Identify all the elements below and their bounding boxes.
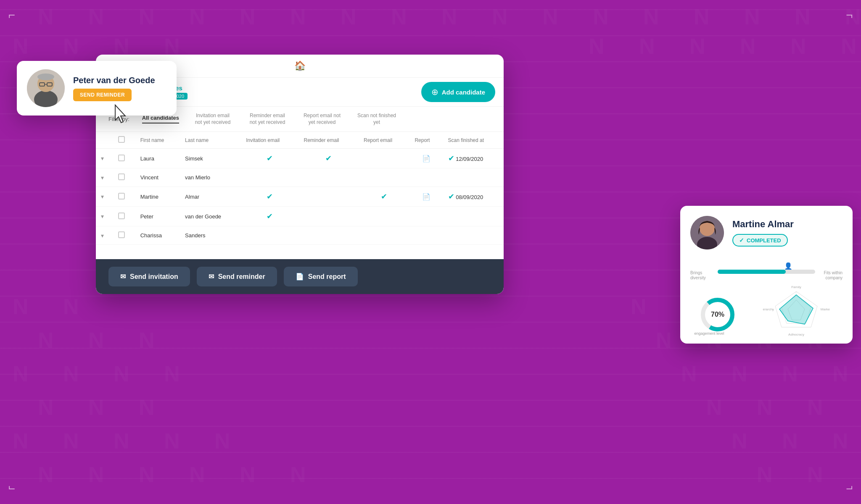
corner-bracket-tl: ⌐ (8, 8, 15, 22)
cell-reminder-email (299, 226, 359, 245)
cell-lastname: van der Goede (180, 207, 241, 226)
cell-lastname: Sanders (180, 226, 241, 245)
svg-text:Hierarchy: Hierarchy (763, 307, 774, 311)
cell-invitation-email: ✔ (241, 187, 298, 207)
row-checkbox[interactable] (118, 213, 125, 219)
check-icon: ✔ (381, 192, 387, 201)
scan-check-icon: ✔ (448, 154, 454, 163)
col-firstname: First name (135, 132, 180, 149)
cell-report-email (359, 149, 409, 168)
cell-lastname: Almar (180, 187, 241, 207)
completed-badge: ✓ COMPLETED (732, 234, 788, 247)
diversity-progress-bar: 👤 (718, 270, 815, 274)
svg-text:Family: Family (791, 285, 801, 289)
envelope-icon-2: ✉ (209, 273, 214, 281)
send-reminder-button[interactable]: SEND REMINDER (73, 89, 132, 101)
cell-report: 📄 (409, 149, 443, 168)
add-candidate-button[interactable]: ⊕ Add candidate (421, 82, 495, 102)
document-icon[interactable]: 📄 (422, 155, 430, 162)
cell-invitation-email: ✔ (241, 207, 298, 226)
person-position-marker: 👤 (784, 262, 792, 270)
corner-bracket-br: ⌐ (846, 482, 853, 496)
document-icon[interactable]: 📄 (422, 193, 430, 200)
svg-point-3 (37, 74, 54, 80)
row-checkbox[interactable] (118, 173, 125, 180)
row-checkbox[interactable] (118, 155, 125, 161)
cell-reminder-email (299, 187, 359, 207)
select-all-checkbox[interactable] (118, 136, 125, 143)
filter-tab-all[interactable]: All candidates (142, 115, 179, 123)
martine-card: Martine Almar ✓ COMPLETED Brings diversi… (680, 206, 853, 344)
col-expand (96, 132, 113, 149)
table-row: ▾MartineAlmar✔✔📄✔ 08/09/2020 (96, 187, 504, 207)
completed-check-icon: ✓ (739, 237, 744, 244)
brings-diversity-label: Brings diversity (690, 270, 716, 281)
cell-invitation-email: ✔ (241, 149, 298, 168)
expand-arrow[interactable]: ▾ (101, 155, 104, 162)
add-icon: ⊕ (431, 87, 438, 97)
send-invitation-button[interactable]: ✉ Send invitation (108, 267, 190, 286)
person-avatar (27, 69, 65, 107)
expand-arrow[interactable]: ▾ (101, 174, 104, 181)
filter-tab-report[interactable]: Report email not yet received (301, 113, 343, 126)
cell-firstname: Vincent (135, 168, 180, 187)
col-checkbox (113, 132, 135, 149)
expand-arrow[interactable]: ▾ (101, 232, 104, 239)
send-report-button[interactable]: 📄 Send report (284, 267, 358, 286)
send-reminder-label: Send reminder (218, 273, 265, 281)
cell-scan-finished (443, 226, 504, 245)
filter-tab-invitation[interactable]: Invitation email not yet received (192, 113, 234, 126)
col-report: Report (409, 132, 443, 149)
expand-arrow[interactable]: ▾ (101, 213, 104, 220)
cell-firstname: Peter (135, 207, 180, 226)
send-report-label: Send report (308, 273, 346, 281)
envelope-icon: ✉ (120, 273, 126, 281)
cell-report-email (359, 226, 409, 245)
filter-tab-reminder[interactable]: Reminder email not yet received (246, 113, 288, 126)
check-icon: ✔ (325, 154, 332, 163)
cell-report (409, 168, 443, 187)
candidates-table: First name Last name Invitation email Re… (96, 132, 504, 245)
cell-report: 📄 (409, 187, 443, 207)
action-bar: ✉ Send invitation ✉ Send reminder 📄 Send… (96, 259, 504, 294)
document-icon: 📄 (296, 273, 304, 281)
row-checkbox[interactable] (118, 231, 125, 238)
table-row: ▾Petervan der Goede✔ (96, 207, 504, 226)
fits-company-label: Fits within company (817, 270, 843, 281)
progress-bar-fill (718, 270, 786, 274)
table-row: ▾LauraSimsek✔✔📄✔ 12/09/2020 (96, 149, 504, 168)
send-reminder-action-button[interactable]: ✉ Send reminder (197, 267, 277, 286)
cell-scan-finished: ✔ 12/09/2020 (443, 149, 504, 168)
person-card: Peter van der Goede SEND REMINDER (17, 61, 177, 116)
col-rep-email: Report email (359, 132, 409, 149)
table-row: ▾Vincentvan Mierlo (96, 168, 504, 187)
cell-scan-finished: ✔ 08/09/2020 (443, 187, 504, 207)
cell-report-email (359, 168, 409, 187)
home-icon[interactable]: 🏠 (294, 60, 306, 71)
expand-arrow[interactable]: ▾ (101, 193, 104, 200)
cell-report-email: ✔ (359, 187, 409, 207)
corner-bracket-bl: ⌐ (8, 482, 15, 496)
table-row: ▾CharissaSanders (96, 226, 504, 245)
cell-lastname: van Mierlo (180, 168, 241, 187)
check-icon: ✔ (267, 154, 273, 163)
send-invitation-label: Send invitation (130, 273, 178, 281)
cell-reminder-email (299, 168, 359, 187)
cell-firstname: Charissa (135, 226, 180, 245)
cell-invitation-email (241, 226, 298, 245)
svg-text:Adhocracy: Adhocracy (788, 333, 804, 336)
check-icon: ✔ (267, 192, 273, 201)
cell-report (409, 207, 443, 226)
cell-firstname: Martine (135, 187, 180, 207)
engagement-level-label: engagement level (690, 331, 728, 336)
martine-name: Martine Almar (732, 219, 794, 230)
scan-check-icon: ✔ (448, 192, 454, 201)
cell-lastname: Simsek (180, 149, 241, 168)
cell-reminder-email (299, 207, 359, 226)
svg-text:70%: 70% (711, 311, 724, 318)
cell-report-email (359, 207, 409, 226)
row-checkbox[interactable] (118, 193, 125, 200)
filter-tab-scan[interactable]: Scan not finished yet (356, 113, 398, 126)
cell-report (409, 226, 443, 245)
cell-firstname: Laura (135, 149, 180, 168)
